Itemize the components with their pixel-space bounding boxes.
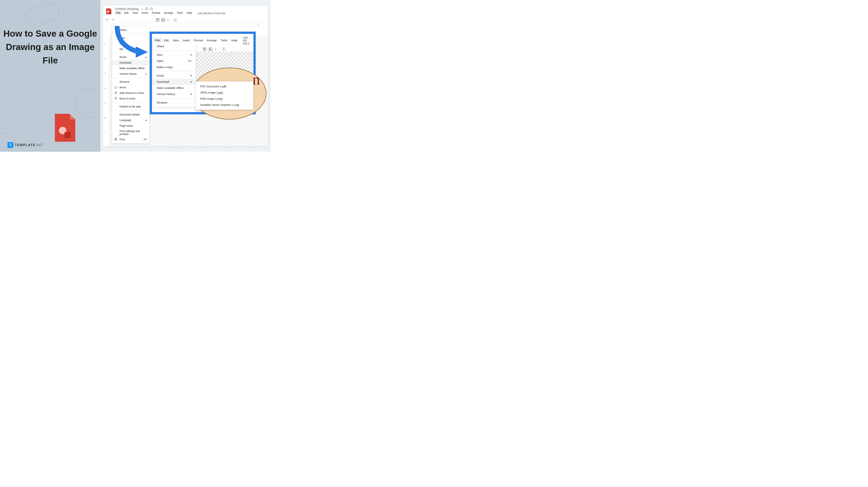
trash-icon [114, 97, 118, 100]
add-icon[interactable] [174, 18, 177, 22]
zmenu-item-rename[interactable]: Rename [153, 99, 196, 105]
image-icon[interactable] [162, 18, 165, 22]
zmenu-item-open[interactable]: Open ⌘O [153, 58, 196, 64]
textbox-icon[interactable]: T [203, 48, 206, 51]
zoom-menu-tools[interactable]: Tools [219, 38, 229, 42]
menu-help[interactable]: Help [185, 11, 193, 15]
zmenu-item-offline[interactable]: Make available offline [153, 85, 196, 91]
left-panel: How to Save a Google Drawing as an Image… [0, 0, 100, 152]
zoom-menu-help[interactable]: Help [230, 38, 239, 42]
menu-item-shortcut[interactable]: Add shortcut to Drive [112, 90, 149, 96]
svg-rect-15 [209, 48, 212, 51]
page-title: How to Save a Google Drawing as an Image… [0, 27, 100, 67]
menu-item-download[interactable]: Download [112, 60, 149, 65]
move-icon[interactable] [145, 7, 148, 11]
svg-text:T: T [204, 48, 205, 51]
image-icon[interactable] [209, 48, 212, 51]
svg-rect-6 [162, 19, 165, 21]
svg-rect-3 [108, 12, 110, 14]
zmenu-item-version-history[interactable]: Version history ▶ [153, 91, 196, 97]
menu-item-version-history[interactable]: Version history ▶ [112, 71, 149, 77]
vertical-ruler: 1 2 3 4 5 6 7 [103, 35, 108, 146]
zmenu-item-share[interactable]: Share [153, 43, 196, 49]
menu-file[interactable]: File [115, 11, 122, 15]
logo-brand: TEMPLATE [15, 143, 36, 147]
folder-icon [114, 86, 118, 89]
zoom-panel: File Edit View Insert Format Arrange Too… [150, 32, 256, 114]
zoom-menu-arrange[interactable]: Arrange [205, 38, 218, 42]
menu-item-rename[interactable]: Rename [112, 79, 149, 85]
last-edit[interactable]: Last edit was 2 hours ago [198, 11, 225, 14]
menubar: File Edit View Insert Format Arrange Too… [115, 11, 225, 16]
menu-item-print[interactable]: Print ⌘P [112, 137, 149, 142]
submenu-item-png[interactable]: PNG image (.png) [196, 96, 253, 102]
shortcut-icon [114, 91, 118, 95]
svg-text:T: T [157, 19, 158, 21]
google-drawings-icon [105, 8, 112, 15]
template-logo-icon: T [7, 142, 13, 148]
menu-item-offline[interactable]: Make available offline [112, 65, 149, 71]
menu-insert[interactable]: Insert [140, 11, 150, 15]
submenu-item-svg[interactable]: Scalable Vector Graphics (.svg) [196, 102, 253, 108]
zmenu-item-download[interactable]: Download ▶ [153, 79, 196, 85]
zmenu-item-email[interactable]: Email ▶ [153, 72, 196, 79]
zoom-file-dropdown: Share New ▶ Open ⌘O Make a copy [153, 42, 196, 107]
doc-title[interactable]: Untitled drawing [115, 7, 139, 11]
submenu-item-jpeg[interactable]: JPEG image (.jpg) [196, 89, 253, 96]
face-letter: n [252, 71, 260, 88]
redo-icon[interactable]: ↷ [111, 18, 114, 22]
zoom-last-edit[interactable]: Last edit was 2 [243, 36, 252, 44]
zmenu-item-make-copy[interactable]: Make a copy [153, 64, 196, 70]
star-icon[interactable]: ☆ [141, 7, 143, 11]
zmenu-item-new[interactable]: New ▶ [153, 52, 196, 58]
dropdown-arrow-icon[interactable]: ▼ [167, 19, 169, 21]
dropdown-arrow-icon[interactable]: ▼ [215, 48, 217, 51]
app-header: Untitled drawing ☆ File [103, 6, 268, 17]
menu-item-move[interactable]: Move [112, 85, 149, 90]
menu-edit[interactable]: Edit [123, 11, 130, 15]
menu-item-doc-details[interactable]: Document details [112, 112, 149, 117]
app-window: Untitled drawing ☆ File [103, 6, 268, 146]
menu-item-trash[interactable]: Move to trash [112, 96, 149, 101]
ruler-mark: 8 [258, 24, 259, 26]
menu-item-page-setup[interactable]: Page setup [112, 123, 149, 128]
textbox-icon[interactable]: T [156, 18, 159, 22]
svg-point-16 [210, 48, 210, 49]
print-icon [114, 138, 118, 141]
logo-suffix: .NET [36, 143, 43, 147]
toolbar: ↶ ↷ T ▼ [103, 17, 268, 23]
menu-item-language[interactable]: Language ▶ [112, 117, 149, 123]
template-logo: T TEMPLATE.NET [7, 142, 43, 148]
right-panel: Untitled drawing ☆ File [100, 0, 271, 152]
menu-item-publish[interactable]: Publish to the web [112, 104, 149, 109]
menu-tools[interactable]: Tools [175, 11, 184, 15]
submenu-item-pdf[interactable]: PDF Document (.pdf) [196, 83, 253, 89]
menu-arrange[interactable]: Arrange [162, 11, 175, 15]
menu-format[interactable]: Format [150, 11, 162, 15]
menu-view[interactable]: View [131, 11, 140, 15]
download-submenu: PDF Document (.pdf) JPEG image (.jpg) PN… [196, 82, 253, 110]
undo-icon[interactable]: ↶ [105, 18, 109, 22]
cloud-icon[interactable] [150, 7, 153, 11]
arrow-annotation [112, 24, 149, 58]
svg-point-7 [162, 19, 163, 20]
decorative-shape [24, 1, 61, 26]
add-icon[interactable] [222, 48, 225, 51]
svg-rect-1 [64, 132, 71, 138]
menu-item-print-settings[interactable]: Print settings and preview [112, 128, 149, 137]
google-drawings-icon [55, 114, 75, 143]
